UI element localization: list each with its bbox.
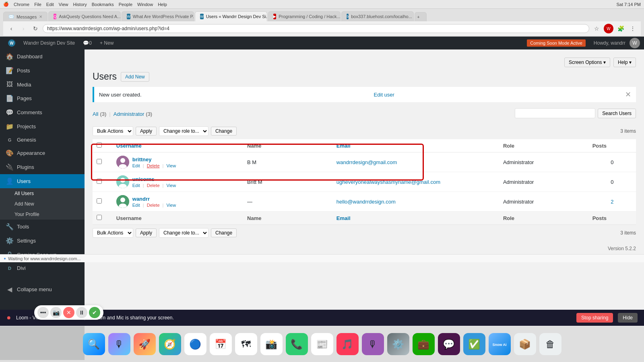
user-checkbox-brittney[interactable] (93, 152, 112, 172)
bulk-actions-top-select[interactable]: Bulk Actions Delete (93, 126, 133, 136)
dock-upwork[interactable]: 💼 (413, 333, 435, 355)
help-menu[interactable]: Help (158, 2, 167, 7)
tab-askquesty[interactable]: Q AskQuesty Questions Need A... ✕ (48, 11, 121, 21)
sidebar-subitem-all-users[interactable]: All Users (0, 188, 85, 199)
screen-options-button[interactable]: Screen Options (564, 58, 610, 67)
view-wandrr-link[interactable]: View (167, 203, 176, 208)
dock-launchpad[interactable]: 🚀 (134, 333, 156, 355)
dock-snow-ai[interactable]: Snow Ai (489, 333, 511, 355)
url-bar[interactable] (43, 24, 589, 33)
view-brittney-link[interactable]: View (167, 163, 176, 168)
edit-user-link[interactable]: Edit user (374, 92, 394, 98)
change-role-top-select[interactable]: Change role to... Administrator Editor A… (159, 126, 208, 136)
search-users-button[interactable]: Search Users (598, 109, 636, 118)
dock-chrome[interactable]: 🔵 (184, 333, 206, 355)
edit-unicorns-link[interactable]: Edit (132, 183, 140, 188)
email-link-unicorns[interactable]: ugheveryonealwayshasmyname@gmail.com (336, 179, 440, 185)
dock-things[interactable]: ✅ (463, 333, 485, 355)
apply-bottom-button[interactable]: Apply (136, 228, 157, 237)
sidebar-item-genesis[interactable]: G Genesis (0, 134, 85, 146)
sidebar-item-posts[interactable]: 📝 Posts (0, 64, 85, 78)
sidebar-item-appearance[interactable]: 🎨 Appearance (0, 146, 85, 160)
sidebar-subitem-add-new[interactable]: Add New (0, 199, 85, 209)
apple-menu[interactable]: 🍎 (3, 2, 9, 7)
bookmarks-menu[interactable]: Bookmarks (92, 2, 114, 7)
dock-news[interactable]: 📰 (311, 333, 333, 355)
dock-calendar[interactable]: 📅 (210, 333, 232, 355)
sidebar-item-pages[interactable]: 📄 Pages (0, 91, 85, 105)
sidebar-item-users[interactable]: 👤 Users (0, 174, 85, 188)
add-new-button[interactable]: Add New (121, 72, 149, 82)
tab-close-messages[interactable]: ✕ (39, 14, 42, 19)
dock-photos[interactable]: 📸 (260, 333, 283, 355)
sidebar-item-projects[interactable]: 📁 Projects (0, 119, 85, 134)
user-checkbox-wandrr[interactable] (93, 192, 112, 212)
th-username[interactable]: Username (112, 139, 243, 152)
change-bottom-button[interactable]: Change (211, 228, 237, 237)
edit-brittney-link[interactable]: Edit (132, 163, 140, 168)
view-menu[interactable]: View (59, 2, 68, 7)
sidebar-subitem-your-profile[interactable]: Your Profile (0, 209, 85, 220)
sidebar-item-comments[interactable]: 💬 Comments (0, 105, 85, 119)
sidebar-item-plugins[interactable]: 🔌 Plugins (0, 160, 85, 174)
sidebar-item-divi[interactable]: D Divi (0, 262, 85, 274)
bulk-actions-bottom-select[interactable]: Bulk Actions Delete (93, 228, 133, 238)
filter-all[interactable]: All (93, 111, 98, 117)
rec-camera-button[interactable]: 📷 (50, 307, 62, 318)
email-link-wandrr[interactable]: hello@wandrrdesign.com (336, 199, 396, 205)
help-button[interactable]: Help (613, 58, 636, 67)
dock-system-prefs[interactable]: ⚙️ (387, 333, 409, 355)
edit-menu[interactable]: Edit (46, 2, 54, 7)
apply-top-button[interactable]: Apply (136, 127, 157, 136)
new-tab-button[interactable]: + (415, 12, 427, 21)
extensions-button[interactable]: 🧩 (616, 24, 625, 33)
forward-button[interactable]: › (19, 24, 28, 33)
username-link-unicorns[interactable]: unicorns (132, 176, 155, 182)
sidebar-item-media[interactable]: 🖼 Media (0, 78, 85, 91)
people-menu[interactable]: People (119, 2, 132, 7)
delete-unicorns-link[interactable]: Delete (147, 183, 160, 188)
edit-wandrr-link[interactable]: Edit (132, 203, 140, 208)
user-checkbox-unicorns[interactable] (93, 172, 112, 192)
dock-archive[interactable]: 📦 (514, 333, 536, 355)
sidebar-item-dashboard[interactable]: 🏠 Dashboard (0, 49, 85, 64)
new-item[interactable]: + New (96, 37, 118, 49)
change-top-button[interactable]: Change (211, 127, 237, 136)
change-role-bottom-select[interactable]: Change role to... Administrator Editor A… (159, 228, 208, 238)
tab-programming[interactable]: ▶ Programming / Coding / Hack... ✕ (268, 11, 341, 21)
filter-administrator[interactable]: Administrator (114, 111, 144, 117)
dock-safari[interactable]: 🧭 (159, 333, 181, 355)
delete-wandrr-link[interactable]: Delete (147, 203, 160, 208)
tab-users-wandrr[interactable]: W Users « Wandrr Design Dev Si... ✕ (195, 11, 267, 21)
notice-dismiss-button[interactable]: ✕ (625, 90, 631, 99)
chrome-menu[interactable]: Chrome (14, 2, 29, 7)
dock-trash[interactable]: 🗑 (539, 333, 561, 355)
sidebar-item-collapse[interactable]: ◀ Collapse menu (0, 282, 85, 296)
dock-podcasts[interactable]: 🎙 (362, 333, 384, 355)
sidebar-item-settings[interactable]: ⚙️ Settings (0, 234, 85, 248)
bookmark-button[interactable]: ☆ (592, 24, 601, 33)
window-menu[interactable]: Window (137, 2, 153, 7)
rec-pause-button[interactable]: ⏸ (76, 307, 87, 318)
dock-maps[interactable]: 🗺 (235, 333, 257, 355)
dock-music[interactable]: 🎵 (336, 333, 359, 355)
checkbox-wandrr[interactable] (97, 198, 102, 204)
tab-wordpress[interactable]: W What Are WordPress Private P... ✕ (122, 11, 194, 21)
dock-finder[interactable]: 🔍 (83, 333, 105, 355)
username-link-wandrr[interactable]: wandrr (132, 196, 150, 202)
site-name-item[interactable]: Wandrr Design Dev Site (19, 37, 79, 49)
dock-siri[interactable]: 🎙 (108, 333, 130, 355)
rec-close-button[interactable]: ✕ (63, 307, 74, 318)
username-link-brittney[interactable]: brittney (132, 156, 152, 162)
back-button[interactable]: ‹ (6, 24, 16, 33)
comments-item[interactable]: 💬 0 (79, 37, 96, 49)
file-menu[interactable]: File (34, 2, 41, 7)
dock-facetime[interactable]: 📞 (286, 333, 308, 355)
hide-button[interactable]: Hide (618, 313, 638, 323)
th-email[interactable]: Email (332, 139, 499, 152)
rec-dots-button[interactable]: ••• (37, 307, 49, 318)
reload-button[interactable]: ↻ (31, 24, 40, 33)
stop-sharing-button[interactable]: Stop sharing (576, 313, 613, 323)
coming-soon-badge[interactable]: Coming Soon Mode Active (527, 39, 586, 47)
history-menu[interactable]: History (73, 2, 87, 7)
